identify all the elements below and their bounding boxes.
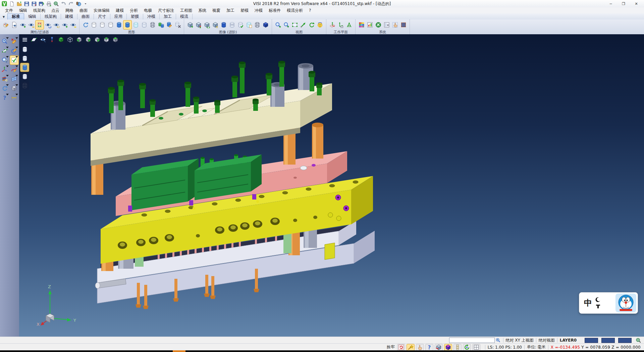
menu-item-6[interactable]: 实体编辑	[91, 8, 113, 13]
tab-标准[interactable]: 标准	[7, 13, 24, 19]
cylinder-blue-icon[interactable]	[123, 20, 131, 29]
cylinder-copy-icon[interactable]	[245, 20, 253, 29]
tab-模流[interactable]: 模流	[176, 14, 193, 19]
color-swatch[interactable]	[618, 338, 632, 343]
smiley-face-icon[interactable]	[316, 20, 324, 29]
search-icon[interactable]	[495, 338, 501, 343]
cube-wire-icon[interactable]	[66, 35, 74, 44]
cylinder-wire-icon[interactable]	[149, 20, 157, 29]
zoom-fit-icon[interactable]	[282, 20, 290, 29]
panel-config-icon[interactable]	[383, 20, 391, 29]
cylinder-tools-icon[interactable]	[174, 20, 182, 29]
cube-back-icon[interactable]	[102, 35, 110, 44]
cube-gray-icon[interactable]	[10, 84, 18, 93]
cube-right-icon[interactable]	[84, 35, 92, 44]
wcs-axes-icon[interactable]	[1, 65, 9, 74]
paint-filter-icon[interactable]	[2, 20, 10, 29]
erase-pencil-icon[interactable]	[10, 37, 18, 46]
eye-minus-icon[interactable]	[69, 20, 77, 29]
refresh-green-icon[interactable]	[308, 20, 316, 29]
close-button[interactable]: ✕	[630, 0, 643, 7]
tab-应用[interactable]: 应用	[110, 14, 127, 19]
menu-item-5[interactable]: 曲面	[76, 8, 91, 13]
cylinder-pair-icon[interactable]	[157, 20, 165, 29]
confirm-check-icon[interactable]	[10, 56, 18, 64]
eye-refresh-icon[interactable]	[44, 20, 52, 29]
menu-item-10[interactable]: 尺寸标注	[155, 8, 177, 13]
cube-traffic-icon[interactable]	[195, 20, 203, 29]
workplane-axes-icon[interactable]	[328, 20, 336, 29]
menu-item-3[interactable]: 点云	[48, 8, 62, 13]
cylinder-stripe-icon[interactable]	[228, 20, 236, 29]
cube-left-icon[interactable]	[75, 35, 83, 44]
dropdown-arrow-icon[interactable]	[82, 1, 89, 7]
cube-front-icon[interactable]	[93, 35, 101, 44]
cylinder-check-icon[interactable]	[236, 20, 245, 29]
globe-icon[interactable]	[636, 338, 641, 343]
zoom-add-icon[interactable]	[274, 20, 282, 29]
hamburger-icon[interactable]	[20, 35, 29, 44]
cube-solid-icon[interactable]	[57, 35, 65, 44]
eye-plus-icon[interactable]	[61, 20, 69, 29]
cylinder-light-icon[interactable]	[20, 45, 29, 53]
cylinder-light-icon[interactable]	[140, 20, 148, 29]
traffic-light-icon[interactable]	[36, 20, 44, 29]
undo-icon[interactable]	[60, 1, 67, 7]
page-preview-icon[interactable]	[10, 20, 18, 29]
help-question-icon[interactable]: ?	[426, 344, 433, 350]
cylinder-cyan-icon[interactable]	[132, 20, 140, 29]
frame-select-icon[interactable]	[291, 20, 299, 29]
tab-尺寸[interactable]: 尺寸	[94, 14, 110, 19]
new-file-icon[interactable]	[8, 1, 15, 7]
menu-item-12[interactable]: 系统	[195, 8, 209, 13]
cube-arrow-icon[interactable]	[435, 344, 442, 350]
cylinder-blue-icon[interactable]	[115, 20, 123, 29]
menu-item-14[interactable]: 加工	[223, 8, 237, 13]
cube-add-icon[interactable]	[186, 20, 194, 29]
menu-item-7[interactable]: 建模	[113, 8, 127, 13]
print-icon[interactable]	[45, 1, 52, 7]
cylinder-light-icon[interactable]	[20, 72, 29, 81]
tab-建模[interactable]: 建模	[61, 14, 77, 19]
taskbar-app-indicator[interactable]	[173, 350, 185, 352]
zoom-eye-icon[interactable]	[1, 37, 9, 46]
floppy-save-icon[interactable]	[31, 1, 37, 7]
menu-item-4[interactable]: 网格	[62, 8, 76, 13]
cube-navy-icon[interactable]	[262, 20, 270, 29]
frame-plane-icon[interactable]	[1, 46, 9, 55]
rotate-green-icon[interactable]	[463, 344, 471, 350]
tab-加工[interactable]: 加工	[160, 14, 176, 19]
cylinder-wire-icon[interactable]	[20, 81, 29, 90]
view-orientation-label[interactable]: 绝对 XY 上视图	[506, 338, 534, 343]
arrow-resize-icon[interactable]	[299, 20, 307, 29]
menu-item-9[interactable]: 电极	[141, 8, 155, 13]
open-folder-icon[interactable]	[16, 1, 22, 7]
refresh-blue-icon[interactable]	[82, 20, 90, 29]
measure-distance-icon[interactable]	[10, 93, 18, 102]
menu-item-11[interactable]: 工程图	[177, 8, 195, 13]
image-settings-icon[interactable]	[366, 20, 374, 29]
absolute-view-label[interactable]: 绝对视图	[539, 338, 555, 343]
cylinder-wire-icon[interactable]	[253, 20, 261, 29]
save-sync-icon[interactable]	[38, 1, 45, 7]
ime-language-indicator[interactable]: 中	[579, 298, 592, 308]
menu-item-0[interactable]: 文件	[2, 8, 16, 13]
grid-film-icon[interactable]	[399, 20, 408, 29]
hand-point-icon[interactable]	[416, 344, 424, 350]
hand-select-icon[interactable]	[391, 20, 399, 29]
grid-window-icon[interactable]	[473, 344, 480, 350]
redo-icon[interactable]	[67, 1, 74, 7]
cylinder-blue-icon[interactable]	[20, 63, 29, 72]
cylinder-light-icon[interactable]	[20, 54, 29, 62]
curve-pencil-icon[interactable]	[10, 65, 18, 74]
wand-icon[interactable]	[407, 344, 414, 350]
eye-plusminus-icon[interactable]: +/-	[52, 20, 60, 29]
sketch-pencil-icon[interactable]	[10, 46, 18, 55]
help-question-icon[interactable]: ?	[1, 93, 9, 102]
cylinder-outline-icon[interactable]	[90, 20, 98, 29]
tab-冲模[interactable]: 冲模	[143, 14, 160, 19]
tab-塑膜[interactable]: 塑膜	[127, 14, 143, 19]
eye-zoom-icon[interactable]	[39, 35, 47, 44]
cube-refresh-icon[interactable]	[203, 20, 211, 29]
cube-iso-icon[interactable]	[111, 35, 119, 44]
